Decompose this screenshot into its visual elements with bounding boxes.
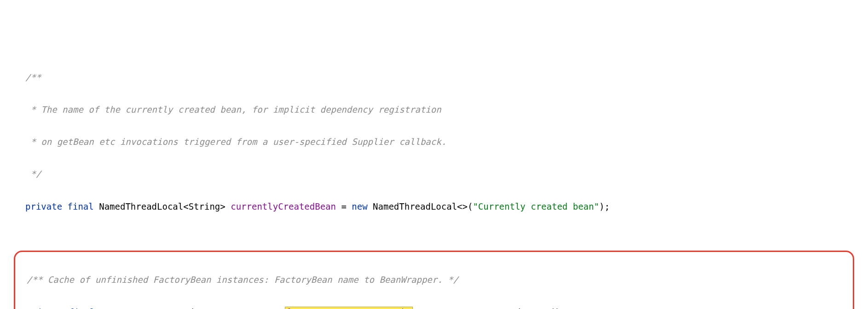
type-name: NamedThreadLocal: [99, 201, 183, 212]
comment-text: * on getBean etc invocations triggered f…: [25, 137, 446, 147]
field-name: currentlyCreatedBean: [231, 201, 336, 212]
type-name: ConcurrentMap<String, BeanWrapper>: [95, 307, 285, 309]
equals-sign: =: [413, 307, 428, 309]
comment-text: * The name of the currently created bean…: [25, 104, 441, 114]
field-declaration: private final ConcurrentMap<String, Bean…: [15, 304, 853, 309]
javadoc-line: /** Cache of unfinished FactoryBean inst…: [15, 272, 853, 288]
keyword-private: private: [25, 201, 62, 212]
comment-text: /**: [25, 72, 41, 82]
keyword-final: final: [69, 307, 95, 309]
generic-type: <String>: [183, 201, 226, 212]
highlighted-code-block: /** Cache of unfinished FactoryBean inst…: [14, 251, 854, 309]
keyword-final: final: [68, 201, 94, 212]
javadoc-line: * on getBean etc invocations triggered f…: [0, 134, 868, 150]
field-declaration: private final NamedThreadLocal<String> c…: [0, 199, 868, 215]
field-name-highlighted: factoryBeanInstanceCache: [285, 307, 413, 309]
line-end: );: [599, 201, 610, 212]
constructor-call: NamedThreadLocal<>(: [368, 201, 473, 212]
javadoc-line: * The name of the currently created bean…: [0, 102, 868, 118]
javadoc-line: /**: [0, 69, 868, 86]
javadoc-line: */: [0, 166, 868, 182]
equals-sign: =: [336, 201, 352, 212]
keyword-new: new: [352, 201, 367, 212]
keyword-new: new: [428, 307, 444, 309]
keyword-private: private: [27, 307, 64, 309]
string-literal: "Currently created bean": [473, 201, 599, 212]
comment-text: /** Cache of unfinished FactoryBean inst…: [27, 275, 458, 285]
constructor-call: ConcurrentHashMap<>();: [445, 307, 566, 309]
comment-text: */: [25, 169, 41, 179]
